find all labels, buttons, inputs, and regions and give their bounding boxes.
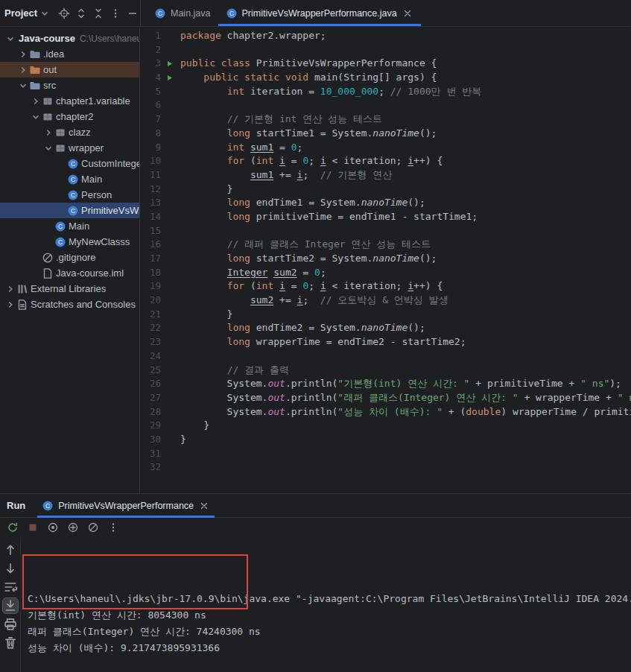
line-number[interactable]: 25 xyxy=(140,364,161,378)
line-number[interactable]: 19 xyxy=(140,279,161,294)
chevron-right-icon[interactable] xyxy=(30,95,42,107)
tree-item-primitivevswra[interactable]: CPrimitiveVsWra xyxy=(0,203,139,218)
code-line[interactable]: System.out.println("성능 차이 (배수): " + (dou… xyxy=(180,405,631,419)
line-number[interactable]: 18 xyxy=(140,266,161,280)
code-line[interactable]: long primitiveTime = endTime1 - startTim… xyxy=(180,210,631,224)
code-line[interactable]: long endTime1 = System.nanoTime(); xyxy=(180,196,631,210)
down-icon[interactable] xyxy=(3,561,18,576)
line-number[interactable]: 8 xyxy=(140,127,161,141)
tree-item-external-libraries[interactable]: External Libraries xyxy=(0,281,139,297)
chevron-down-icon[interactable] xyxy=(17,80,29,92)
code-line[interactable]: long endTime2 = System.nanoTime(); xyxy=(180,321,631,335)
line-number[interactable]: 26 xyxy=(140,377,161,391)
line-number[interactable]: 17 xyxy=(140,252,161,266)
code-line[interactable] xyxy=(180,224,631,238)
tree-item-idea[interactable]: .idea xyxy=(0,46,139,62)
code-line[interactable] xyxy=(180,460,631,475)
tree-item-wrapper[interactable]: wrapper xyxy=(0,140,139,156)
tree-item-mynewclasss[interactable]: CMyNewClasss xyxy=(0,234,139,250)
line-number[interactable]: 29 xyxy=(140,419,161,433)
line-number[interactable]: 28 xyxy=(140,405,161,419)
code-line[interactable]: System.out.println("래퍼 클래스(Integer) 연산 시… xyxy=(180,391,631,405)
code-line[interactable]: int iteration = 10_000_000; // 1000만 번 반… xyxy=(180,85,631,99)
code-line[interactable]: // 래퍼 클래스 Integer 연산 성능 테스트 xyxy=(180,238,631,252)
code-line[interactable] xyxy=(180,447,631,461)
tree-item-person[interactable]: CPerson xyxy=(0,187,139,203)
chevron-right-icon[interactable] xyxy=(17,48,29,60)
tree-item-clazz[interactable]: clazz xyxy=(0,124,139,140)
collapse-all-icon[interactable] xyxy=(92,7,104,19)
code-line[interactable]: sum2 += i; // 오토박싱 & 언박싱 발생 xyxy=(180,294,631,308)
editor-code[interactable]: package chapter2.wrapper; public class P… xyxy=(180,29,631,493)
tree-item-gitignore[interactable]: .gitignore xyxy=(0,250,139,265)
chevron-down-icon[interactable] xyxy=(30,111,42,123)
more-icon[interactable] xyxy=(110,7,121,19)
editor[interactable]: 1234567891011121314151617181920212223242… xyxy=(140,27,631,493)
line-number[interactable]: 13 xyxy=(140,196,161,210)
line-number[interactable]: 16 xyxy=(140,238,161,252)
close-icon[interactable] xyxy=(198,500,210,512)
line-number[interactable]: 3 xyxy=(140,57,161,71)
chevron-right-icon[interactable] xyxy=(17,64,29,76)
editor-tab-main-java[interactable]: CMain.java xyxy=(147,0,218,26)
code-line[interactable]: } xyxy=(180,419,631,433)
tree-item-scratches-and-consoles[interactable]: Scratches and Consoles xyxy=(0,297,139,312)
line-number[interactable]: 31 xyxy=(140,447,161,461)
chevron-down-icon[interactable] xyxy=(4,33,16,45)
chevron-down-icon[interactable] xyxy=(42,142,54,154)
code-line[interactable]: for (int i = 0; i < iteration; i++) { xyxy=(180,279,631,294)
scroll-end-icon[interactable] xyxy=(3,598,18,613)
close-icon[interactable] xyxy=(402,7,413,19)
line-number[interactable]: 20 xyxy=(140,294,161,308)
up-icon[interactable] xyxy=(3,542,18,557)
line-number[interactable]: 30 xyxy=(140,433,161,447)
target-icon[interactable] xyxy=(58,7,70,19)
code-line[interactable]: public class PrimitiveVsWrapperPerforman… xyxy=(180,57,631,71)
line-number[interactable]: 24 xyxy=(140,349,161,364)
print-icon[interactable] xyxy=(3,617,18,632)
line-number[interactable]: 21 xyxy=(140,308,161,322)
code-line[interactable] xyxy=(180,349,631,364)
run-panel-title[interactable]: Run xyxy=(7,500,25,511)
tree-item-java-course[interactable]: Java-courseC:\Users\haneul xyxy=(0,31,139,46)
more-icon[interactable] xyxy=(107,522,119,533)
camera-icon[interactable] xyxy=(47,522,59,533)
code-line[interactable]: } xyxy=(180,308,631,322)
softwrap-icon[interactable] xyxy=(3,580,18,595)
code-line[interactable]: int sum1 = 0; xyxy=(180,141,631,155)
code-line[interactable] xyxy=(180,98,631,112)
code-line[interactable]: } xyxy=(180,183,631,197)
line-number[interactable]: 11 xyxy=(140,168,161,183)
hide-icon[interactable] xyxy=(127,7,139,19)
chevron-right-icon[interactable] xyxy=(4,283,16,295)
code-line[interactable]: } xyxy=(180,433,631,447)
line-number[interactable]: 1 xyxy=(140,29,161,43)
tree-item-chapter2[interactable]: chapter2 xyxy=(0,109,139,124)
expand-all-icon[interactable] xyxy=(75,7,87,19)
run-tab[interactable]: C PrimitiveVsWrapperPerformance xyxy=(37,494,215,517)
line-number[interactable]: 2 xyxy=(140,43,161,57)
code-line[interactable]: System.out.println("기본형(int) 연산 시간: " + … xyxy=(180,377,631,391)
code-line[interactable]: package chapter2.wrapper; xyxy=(180,29,631,43)
rerun-icon[interactable] xyxy=(7,522,19,533)
stop-icon[interactable] xyxy=(27,522,39,533)
tree-item-java-course-iml[interactable]: Java-course.iml xyxy=(0,265,139,281)
chevron-right-icon[interactable] xyxy=(4,299,16,311)
code-line[interactable]: long startTime1 = System.nanoTime(); xyxy=(180,127,631,141)
code-line[interactable]: long wrapperTime = endTime2 - startTime2… xyxy=(180,335,631,349)
line-number[interactable]: 22 xyxy=(140,321,161,335)
line-number[interactable]: 23 xyxy=(140,335,161,349)
run-icon[interactable] xyxy=(161,60,177,68)
clear-icon[interactable] xyxy=(3,635,18,650)
code-line[interactable] xyxy=(180,43,631,57)
tree-item-out[interactable]: out xyxy=(0,62,139,77)
line-number[interactable]: 7 xyxy=(140,112,161,127)
line-number[interactable]: 5 xyxy=(140,85,161,99)
settings-icon[interactable] xyxy=(87,522,99,533)
line-number[interactable]: 27 xyxy=(140,391,161,405)
thread-dump-icon[interactable] xyxy=(67,522,79,533)
code-line[interactable]: Integer sum2 = 0; xyxy=(180,266,631,280)
code-line[interactable]: long startTime2 = System.nanoTime(); xyxy=(180,252,631,266)
tree-item-custominteger[interactable]: CCustomInteger xyxy=(0,156,139,171)
tree-item-main[interactable]: CMain xyxy=(0,171,139,187)
